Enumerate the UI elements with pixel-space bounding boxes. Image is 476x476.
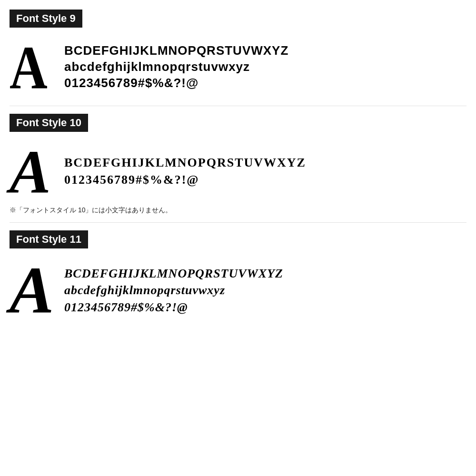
font9-label: Font Style 9 [10,10,82,28]
font10-big-letter: A [10,140,55,202]
font11-chars: BCDEFGHIJKLMNOPQRSTUVWXYZ abcdefghijklmn… [64,265,283,315]
font10-label: Font Style 10 [10,114,88,132]
font11-line1: BCDEFGHIJKLMNOPQRSTUVWXYZ [64,265,283,282]
font-style-11-section: Font Style 11 A BCDEFGHIJKLMNOPQRSTUVWXY… [10,230,466,324]
font9-line3: 0123456789#$%&?!@ [64,75,288,91]
font11-line2: abcdefghijklmnopqrstuvwxyz [64,282,283,298]
divider1 [10,106,466,106]
font9-demo: A BCDEFGHIJKLMNOPQRSTUVWXYZ abcdefghijkl… [10,36,466,98]
font11-label: Font Style 11 [10,230,88,248]
page-container: Font Style 9 A BCDEFGHIJKLMNOPQRSTUVWXYZ… [0,0,476,476]
font10-line1: BCDEFGHIJKLMNOPQRSTUVWXYZ [64,154,306,171]
font10-chars: BCDEFGHIJKLMNOPQRSTUVWXYZ 0123456789#$%&… [64,154,306,189]
font10-line2: 0123456789#$%&?!@ [64,171,306,188]
font9-chars: BCDEFGHIJKLMNOPQRSTUVWXYZ abcdefghijklmn… [64,43,288,91]
font-style-10-section: Font Style 10 A BCDEFGHIJKLMNOPQRSTUVWXY… [10,114,466,215]
font9-line1: BCDEFGHIJKLMNOPQRSTUVWXYZ [64,43,288,59]
font11-line3: 0123456789#$%&?!@ [64,299,283,316]
font11-big-letter: A [10,257,55,324]
font9-line2: abcdefghijklmnopqrstuvwxyz [64,59,288,75]
font9-big-letter: A [10,36,48,98]
font10-note: ※「フォントスタイル 10」には小文字はありません。 [10,206,466,215]
font11-demo: A BCDEFGHIJKLMNOPQRSTUVWXYZ abcdefghijkl… [10,257,466,324]
divider2 [10,222,466,223]
font-style-9-section: Font Style 9 A BCDEFGHIJKLMNOPQRSTUVWXYZ… [10,10,466,98]
font10-demo: A BCDEFGHIJKLMNOPQRSTUVWXYZ 0123456789#$… [10,140,466,202]
